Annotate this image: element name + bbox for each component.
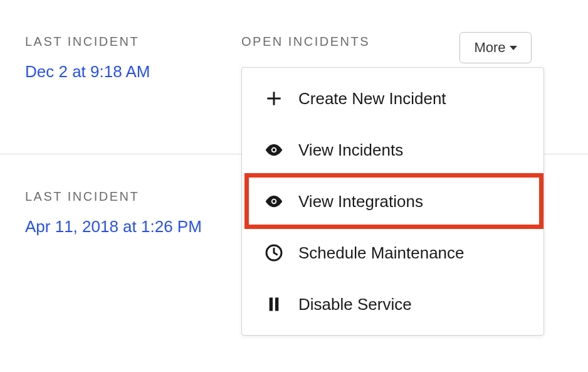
menu-item-view-incidents[interactable]: View Incidents: [242, 124, 543, 176]
svg-rect-7: [270, 297, 273, 311]
more-button-label: More: [474, 40, 505, 56]
svg-point-3: [273, 149, 276, 152]
pause-icon: [263, 294, 285, 315]
caret-down-icon: [510, 46, 517, 50]
open-incidents-label: OPEN INCIDENTS: [241, 35, 370, 49]
menu-item-create-incident[interactable]: Create New Incident: [242, 73, 543, 124]
service-row-2: LAST INCIDENT Apr 11, 2018 at 1:26 PM: [25, 189, 213, 239]
clock-icon: [263, 242, 285, 263]
last-incident-link[interactable]: Apr 11, 2018 at 1:26 PM: [25, 215, 213, 239]
last-incident-label: LAST INCIDENT: [25, 189, 213, 204]
last-incident-block-1: LAST INCIDENT Dec 2 at 9:18 AM: [25, 35, 150, 84]
menu-item-label: Disable Service: [298, 295, 412, 314]
menu-item-label: Schedule Maintenance: [298, 243, 465, 263]
last-incident-label: LAST INCIDENT: [25, 35, 150, 49]
menu-item-label: View Incidents: [298, 141, 403, 160]
menu-item-schedule-maintenance[interactable]: Schedule Maintenance: [242, 227, 543, 279]
last-incident-link[interactable]: Dec 2 at 9:18 AM: [25, 60, 150, 84]
more-button[interactable]: More: [459, 32, 532, 63]
svg-point-5: [273, 200, 276, 203]
eye-icon: [263, 191, 285, 212]
plus-icon: [263, 88, 285, 109]
svg-rect-8: [275, 297, 278, 311]
menu-item-view-integrations[interactable]: View Integrations: [242, 176, 543, 227]
menu-item-disable-service[interactable]: Disable Service: [242, 279, 543, 330]
eye-icon: [263, 139, 285, 161]
menu-item-label: View Integrations: [298, 192, 423, 211]
more-dropdown-menu: Create New Incident View Incidents View …: [241, 67, 544, 336]
menu-item-label: Create New Incident: [298, 89, 446, 109]
